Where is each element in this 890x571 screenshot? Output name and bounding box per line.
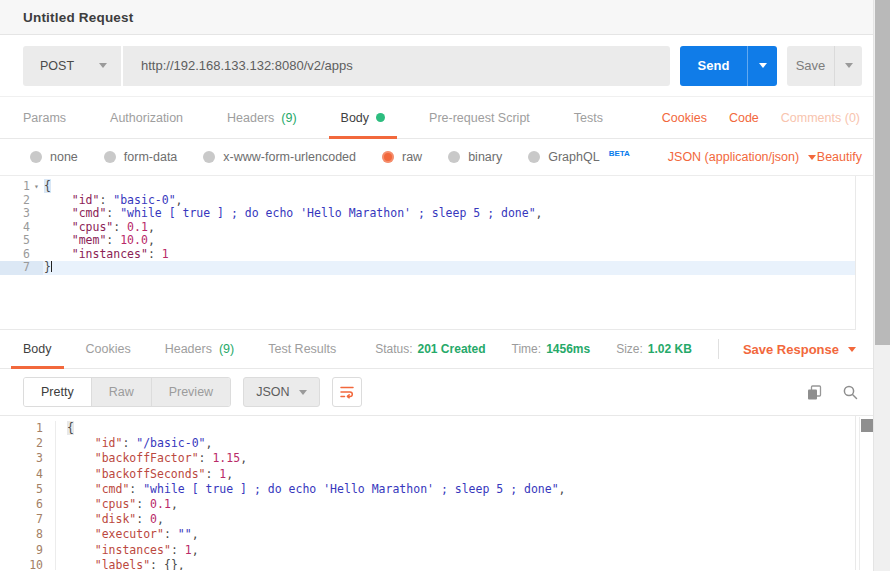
response-body-wrap: 1{2 "id": "/basic-0",3 "backoffFactor": … — [0, 415, 890, 570]
fold-slot — [30, 248, 43, 262]
code-content: "mem": 10.0, — [43, 234, 855, 248]
gutter-separator — [43, 482, 56, 497]
url-input[interactable]: http://192.168.133.132:8080/v2/apps — [123, 46, 670, 86]
response-toolbar: PrettyRawPreview JSON — [0, 369, 890, 415]
radio-form-data[interactable]: form-data — [104, 150, 178, 164]
radio-circle-icon — [30, 151, 42, 163]
radio-circle-icon — [104, 151, 116, 163]
line-number: 2 — [0, 436, 43, 451]
size-label: Size: — [616, 342, 643, 356]
radio-label: GraphQL — [548, 150, 599, 164]
radio-graphql[interactable]: GraphQLBETA — [528, 150, 630, 164]
response-tab-headers[interactable]: Headers(9) — [165, 330, 235, 368]
token: , — [157, 512, 164, 526]
tab-params[interactable]: Params — [23, 97, 66, 138]
save-options-button[interactable] — [834, 46, 862, 86]
send-options-button[interactable] — [747, 46, 777, 86]
radio-binary[interactable]: binary — [448, 150, 502, 164]
token: "backoffFactor" — [95, 451, 199, 465]
token: : — [150, 558, 164, 570]
fold-toggle-icon[interactable]: ▾ — [30, 180, 43, 194]
token: {}, — [164, 558, 185, 570]
code-content: { — [67, 421, 855, 436]
radio-circle-icon — [448, 151, 460, 163]
token: "/basic-0" — [136, 436, 205, 450]
response-tab-test-results[interactable]: Test Results — [268, 330, 336, 368]
code-line: 6 "cpus": 0.1, — [0, 497, 855, 512]
token — [67, 543, 95, 557]
tab-label: Body — [341, 111, 370, 125]
wrap-text-button[interactable] — [332, 377, 362, 407]
response-body-viewer[interactable]: 1{2 "id": "/basic-0",3 "backoffFactor": … — [0, 416, 856, 570]
gutter-separator — [43, 527, 56, 542]
line-number: 5 — [0, 234, 30, 248]
view-pretty[interactable]: Pretty — [24, 378, 92, 406]
gutter-separator — [43, 497, 56, 512]
code-line: 10 "labels": {}, — [0, 558, 855, 570]
tab-label: Cookies — [86, 342, 131, 356]
beautify-button[interactable]: Beautify — [817, 150, 862, 164]
postman-window: Untitled Request POST http://192.168.133… — [0, 0, 890, 571]
token: { — [67, 421, 74, 435]
code-content: { — [43, 180, 855, 194]
gutter-separator — [43, 451, 56, 466]
token: : — [136, 512, 150, 526]
code-line: 3 "cmd": "while [ true ] ; do echo 'Hell… — [0, 207, 855, 221]
response-format-select[interactable]: JSON — [243, 377, 320, 407]
token: : — [113, 220, 127, 234]
fold-slot — [30, 221, 43, 235]
copy-response-button[interactable] — [804, 382, 824, 402]
save-button[interactable]: Save — [787, 46, 834, 86]
code-content: "executor": "", — [67, 527, 855, 542]
tab-pre-request-script[interactable]: Pre-request Script — [429, 97, 530, 138]
tab-authorization[interactable]: Authorization — [110, 97, 183, 138]
tab-label: Headers — [227, 111, 274, 125]
tab-label: Params — [23, 111, 66, 125]
response-scrollbar[interactable] — [859, 417, 873, 570]
main-scrollbar[interactable] — [873, 0, 890, 571]
save-split-button: Save — [787, 46, 862, 86]
radio-raw[interactable]: raw — [382, 150, 422, 164]
method-select[interactable]: POST — [23, 46, 123, 86]
response-scrollbar-thumb[interactable] — [861, 419, 873, 432]
token: "id" — [72, 193, 100, 207]
content-type-select[interactable]: JSON (application/json) — [668, 150, 816, 164]
comments-0-link[interactable]: Comments (0) — [781, 111, 860, 125]
view-preview[interactable]: Preview — [152, 378, 230, 406]
time-label: Time: — [512, 342, 542, 356]
tab-headers[interactable]: Headers(9) — [227, 97, 297, 138]
token: : — [136, 497, 150, 511]
tab-tests[interactable]: Tests — [574, 97, 603, 138]
radio-x-www-form-urlencoded[interactable]: x-www-form-urlencoded — [203, 150, 356, 164]
search-response-button[interactable] — [840, 382, 860, 402]
code-content: "id": "basic-0", — [43, 194, 855, 208]
cookies-link[interactable]: Cookies — [662, 111, 707, 125]
tab-label: Authorization — [110, 111, 183, 125]
response-tab-cookies[interactable]: Cookies — [86, 330, 131, 368]
send-button[interactable]: Send — [680, 46, 747, 86]
code-line: 2 "id": "/basic-0", — [0, 436, 855, 451]
request-body-editor[interactable]: 1▾{2 "id": "basic-0",3 "cmd": "while [ t… — [0, 176, 856, 330]
line-number: 5 — [0, 482, 43, 497]
tab-body[interactable]: Body — [341, 97, 386, 138]
size-stat: Size: 1.02 KB — [616, 342, 692, 356]
radio-circle-icon — [382, 151, 394, 163]
line-number: 9 — [0, 543, 43, 558]
save-response-button[interactable]: Save Response — [743, 342, 856, 357]
response-tab-body[interactable]: Body — [23, 330, 52, 368]
text-cursor — [51, 261, 52, 272]
tab-label: Test Results — [268, 342, 336, 356]
size-value: 1.02 KB — [648, 342, 692, 356]
code-line: 8 "executor": "", — [0, 527, 855, 542]
fold-slot — [30, 261, 43, 275]
status-value: 201 Created — [418, 342, 486, 356]
token — [44, 206, 72, 220]
code-link[interactable]: Code — [729, 111, 759, 125]
token — [44, 220, 72, 234]
chevron-down-icon — [808, 155, 816, 160]
main-scrollbar-thumb[interactable] — [875, 0, 890, 345]
line-number: 2 — [0, 194, 30, 208]
radio-none[interactable]: none — [30, 150, 78, 164]
view-raw[interactable]: Raw — [92, 378, 152, 406]
token: "cmd" — [95, 482, 130, 496]
